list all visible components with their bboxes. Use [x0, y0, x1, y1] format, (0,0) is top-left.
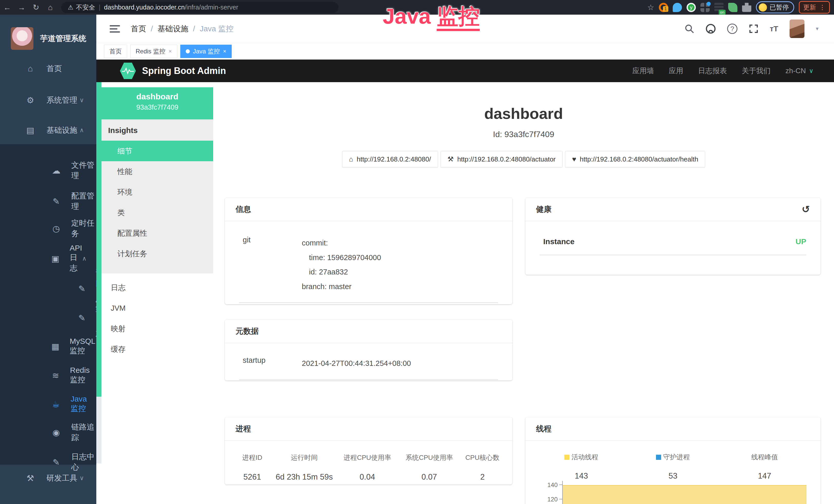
profile-paused-pill[interactable]: 已暂停: [756, 1, 794, 13]
sidebar-item-redis-monitor[interactable]: ≋ Redis 监控: [0, 363, 96, 388]
sba-nav-about[interactable]: 关于我们: [742, 66, 771, 76]
process-col-header: 系统CPU使用率: [398, 453, 460, 462]
url-path: /infra/admin-server: [185, 4, 238, 11]
sidebar-item-system[interactable]: ⚙ 系统管理 ∨: [0, 87, 96, 113]
update-label: 更新: [803, 3, 816, 12]
app-logo-row[interactable]: 芋道管理系统: [0, 22, 96, 55]
sidebar-item-label: 研发工具: [46, 473, 77, 483]
sidebar-item-label: 文件管理: [71, 160, 96, 181]
github-icon[interactable]: [706, 24, 716, 34]
threads-stats: 活动线程 143 守护进程 53: [525, 441, 821, 481]
divider: [540, 255, 806, 255]
sidebar-item-java-monitor[interactable]: ☕ Java 监控: [0, 391, 96, 417]
status-badge: UP: [795, 237, 806, 246]
instance-menu-jvm[interactable]: JVM: [102, 298, 213, 318]
sba-content: dashboard 93a3fc7f7409 Insights 细节 性能 环境…: [96, 82, 834, 504]
sidebar-item-home[interactable]: ⌂ 首页: [0, 56, 96, 82]
instance-menu-metrics[interactable]: 性能: [102, 161, 213, 182]
startup-key: startup: [243, 356, 302, 371]
sba-nav-wallboard[interactable]: 应用墙: [632, 66, 654, 76]
extension-icon-pin[interactable]: [673, 3, 682, 12]
extension-icon-green-circle[interactable]: y: [686, 3, 696, 12]
sidebar-item-file-manage[interactable]: ☁ 文件管理: [0, 158, 96, 183]
extension-icon-grid[interactable]: [700, 3, 710, 12]
home-icon[interactable]: ⌂: [43, 3, 58, 12]
instance-name: dashboard: [102, 92, 213, 101]
instance-menu-classes[interactable]: 类: [102, 202, 213, 223]
back-icon[interactable]: ←: [0, 3, 14, 12]
sidebar-item-dev-tools[interactable]: ⚒ 研发工具 ∨: [0, 465, 96, 491]
reload-icon[interactable]: ↻: [29, 3, 43, 12]
git-info-row: git commit: time: 1596289704000 id: 27aa…: [225, 221, 512, 294]
user-avatar[interactable]: [790, 20, 805, 38]
sba-language-select[interactable]: zh-CN ∨: [786, 67, 813, 75]
close-icon[interactable]: ×: [223, 48, 226, 55]
sidebar-item-tracing[interactable]: ◉ 链路追踪: [0, 419, 96, 445]
sidebar-item-mysql-monitor[interactable]: ▦ MySQL 监控: [0, 334, 96, 359]
sba-language-value: zh-CN: [786, 67, 806, 75]
main-column: 首页 / 基础设施 / Java 监控 ? ᴛT ▾: [96, 15, 834, 504]
close-icon[interactable]: ×: [169, 48, 172, 55]
extension-icon-leaf[interactable]: [728, 3, 738, 12]
actuator-url-pill[interactable]: ⚒ http://192.168.0.2:48080/actuator: [440, 151, 563, 167]
instance-menu-details[interactable]: 细节: [102, 141, 213, 161]
instance-menu-environment[interactable]: 环境: [102, 182, 213, 202]
instance-menu-mappings[interactable]: 映射: [102, 318, 213, 339]
fullscreen-icon[interactable]: [749, 24, 759, 33]
font-size-icon[interactable]: ᴛT: [770, 24, 778, 33]
browser-menu-dots-icon[interactable]: ⋮: [819, 4, 826, 11]
instance-menu-config-props[interactable]: 配置属性: [102, 223, 213, 244]
breadcrumb-infrastructure[interactable]: 基础设施: [157, 24, 188, 34]
browser-update-button[interactable]: 更新 ⋮: [799, 1, 830, 14]
not-secure-icon: ⚠: [68, 4, 73, 11]
tab-java-monitor[interactable]: Java 监控 ×: [180, 45, 232, 58]
sba-nav-journal[interactable]: 日志报表: [698, 66, 727, 76]
forward-icon[interactable]: →: [14, 3, 29, 12]
tags-view-bar: 首页 Redis 监控 × Java 监控 ×: [96, 43, 834, 60]
extension-icon-switch[interactable]: on: [714, 3, 724, 12]
not-secure-label[interactable]: 不安全: [76, 3, 95, 12]
app-header: 首页 / 基础设施 / Java 监控 ? ᴛT ▾: [96, 15, 834, 43]
user-menu-caret-icon[interactable]: ▾: [816, 25, 818, 32]
instance-menu-caches[interactable]: 缓存: [102, 339, 213, 360]
breadcrumb-home[interactable]: 首页: [131, 24, 146, 34]
extensions-puzzle-icon[interactable]: [742, 3, 751, 12]
divider: [239, 302, 498, 303]
toolbox-icon: ⚒: [24, 473, 36, 483]
address-bar[interactable]: ⚠ 不安全 | dashboard.yudao.iocoder.cn/infra…: [61, 2, 338, 13]
tab-redis-monitor[interactable]: Redis 监控 ×: [130, 45, 177, 58]
sidebar-item-infrastructure[interactable]: ▤ 基础设施 ∧: [0, 117, 96, 143]
git-id-line: id: 27aa832: [302, 265, 381, 279]
instance-sidebar-scrollbar[interactable]: [96, 82, 102, 504]
legend-swatch-active-threads: [564, 455, 569, 460]
instance-menu-logs[interactable]: 日志: [102, 277, 213, 298]
instance-header[interactable]: dashboard 93a3fc7f7409: [102, 87, 213, 119]
gear-icon: ⚙: [24, 95, 36, 105]
instance-menu-scheduled-tasks[interactable]: 计划任务: [102, 244, 213, 264]
service-url-pill[interactable]: ⌂ http://192.168.0.2:48080/: [342, 151, 438, 167]
help-icon[interactable]: ?: [727, 24, 738, 34]
breadcrumb-separator: /: [193, 24, 195, 33]
sidebar-item-scheduled-jobs[interactable]: ◷ 定时任务: [0, 216, 96, 241]
process-card: 进程 进程ID 5261 运行时间 6d 23h 15m 59s 进程CPU使用…: [225, 417, 512, 484]
sidebar-item-config-manage[interactable]: ✎ 配置管理: [0, 188, 96, 214]
sidebar-item-access-log[interactable]: ✎ 访问日志: [0, 276, 96, 301]
header-actions: ? ᴛT ▾: [684, 20, 834, 38]
hamburger-icon[interactable]: [110, 23, 120, 35]
health-url-pill[interactable]: ♥ http://192.168.0.2:48080/actuator/heal…: [565, 151, 705, 167]
spring-boot-admin-brand[interactable]: Spring Boot Admin: [142, 66, 226, 76]
tab-home[interactable]: 首页: [104, 45, 127, 58]
history-icon[interactable]: ↺: [802, 204, 810, 215]
scrollbar-thumb[interactable]: [96, 82, 102, 397]
health-instance-row[interactable]: Instance UP: [525, 221, 821, 246]
bookmark-star-icon[interactable]: ☆: [647, 3, 654, 12]
app-sidebar: 芋道管理系统 ⌂ 首页 ⚙ 系统管理 ∨ ▤ 基础设施 ∧ ☁ 文件管理 ✎ 配…: [0, 15, 96, 504]
search-icon[interactable]: [684, 24, 694, 33]
process-col-value: 0.07: [398, 473, 460, 482]
extension-badge: 1: [663, 6, 668, 12]
sidebar-item-error-log[interactable]: ✎ 错误日志: [0, 305, 96, 331]
extension-icon-orange[interactable]: 1: [659, 3, 668, 12]
process-col-value: 5261: [233, 473, 272, 482]
sidebar-item-api-log[interactable]: ▣ API 日志 ∧: [0, 246, 96, 271]
sba-nav-applications[interactable]: 应用: [669, 66, 683, 76]
